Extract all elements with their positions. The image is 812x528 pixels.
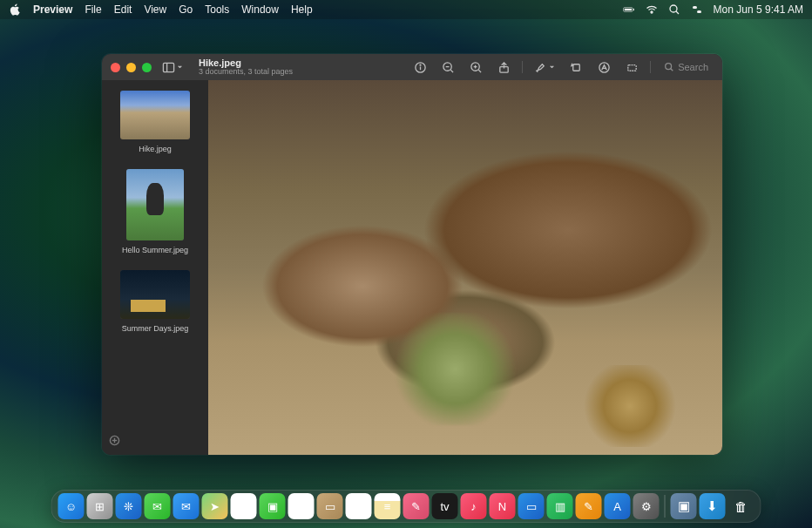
spotlight-icon[interactable] [668, 3, 680, 16]
dock-tv[interactable]: tv [432, 493, 458, 519]
thumbnail-label: Summer Days.jpeg [122, 324, 189, 333]
dock-facetime[interactable]: ▣ [260, 493, 286, 519]
svg-rect-1 [624, 9, 631, 10]
zoom-out-button[interactable] [438, 59, 458, 76]
thumbnail-image [120, 91, 190, 139]
menu-file[interactable]: File [85, 3, 101, 16]
dock-separator [665, 495, 666, 518]
dock-freeform[interactable]: ✎ [403, 493, 430, 519]
search-field[interactable]: Search [659, 61, 714, 73]
thumbnail-item[interactable]: Hello Summer.jpeg [102, 169, 208, 254]
thumbnail-label: Hike.jpeg [139, 145, 172, 153]
sidebar-toggle-button[interactable] [159, 59, 186, 76]
dock-calendar[interactable]: 5 [288, 493, 315, 519]
battery-icon[interactable] [623, 3, 635, 16]
crop-button[interactable] [622, 59, 642, 76]
dock-music[interactable]: ♪ [461, 493, 487, 519]
thumbnail-image [126, 169, 184, 240]
dock-photos[interactable]: ❀ [231, 493, 257, 519]
svg-line-4 [676, 11, 679, 14]
dock-launchpad[interactable]: ⊞ [87, 493, 113, 519]
preview-window: Hike.jpeg 3 documents, 3 total pages Sea… [102, 54, 722, 455]
markup-button[interactable] [594, 59, 614, 76]
dock-safari[interactable]: ❊ [116, 493, 142, 519]
dock-messages[interactable]: ✉ [145, 493, 171, 519]
search-icon [664, 62, 674, 72]
dock-reminders[interactable]: ☰ [346, 493, 372, 519]
app-name[interactable]: Preview [33, 3, 72, 16]
dock-maps[interactable]: ➤ [202, 493, 228, 519]
dock-contacts[interactable]: ▭ [317, 493, 343, 519]
divider [522, 61, 523, 73]
thumbnail-item[interactable]: Hike.jpeg [102, 91, 208, 153]
svg-rect-5 [693, 6, 697, 9]
thumbnail-item[interactable]: Summer Days.jpeg [102, 270, 208, 333]
dock-notes[interactable]: ≡ [375, 493, 401, 519]
menu-tools[interactable]: Tools [205, 3, 229, 16]
search-placeholder: Search [678, 62, 708, 72]
thumbnail-label: Hello Summer.jpeg [122, 246, 188, 254]
menu-go[interactable]: Go [179, 3, 193, 16]
wifi-icon[interactable] [646, 3, 658, 16]
thumbnail-image [120, 270, 190, 319]
dock-news[interactable]: N [490, 493, 516, 519]
svg-rect-2 [633, 9, 633, 10]
highlight-button[interactable] [531, 59, 558, 76]
dock-finder[interactable]: ☺ [58, 493, 85, 519]
dock-numbers[interactable]: ▥ [547, 493, 573, 519]
dock-preview[interactable]: ▣ [671, 493, 697, 519]
info-button[interactable] [410, 59, 430, 76]
svg-line-24 [671, 69, 673, 71]
menu-edit[interactable]: Edit [114, 3, 132, 16]
control-center-icon[interactable] [691, 3, 703, 16]
main-image [208, 80, 722, 455]
dock-mail[interactable]: ✉ [173, 493, 200, 519]
thumbnail-sidebar[interactable]: Hike.jpeg Hello Summer.jpeg Summer Days.… [102, 80, 208, 455]
zoom-in-button[interactable] [466, 59, 486, 76]
rotate-button[interactable] [566, 59, 586, 76]
menu-help[interactable]: Help [291, 3, 313, 16]
divider [650, 61, 651, 73]
window-title: Hike.jpeg 3 documents, 3 total pages [199, 58, 293, 77]
dock: ☺⊞❊✉✉➤❀▣5▭☰≡✎tv♪N▭▥✎A⚙▣⬇🗑 [51, 490, 761, 523]
svg-rect-22 [628, 64, 636, 71]
dock-appstore[interactable]: A [605, 493, 631, 519]
svg-rect-20 [573, 64, 580, 71]
svg-line-13 [450, 70, 453, 72]
dock-trash[interactable]: 🗑 [728, 493, 754, 519]
menubar-clock[interactable]: Mon Jun 5 9:41 AM [714, 3, 803, 16]
svg-rect-7 [163, 63, 173, 71]
svg-point-23 [666, 64, 672, 70]
apple-menu[interactable] [9, 3, 21, 16]
dock-downloads[interactable]: ⬇ [700, 493, 726, 519]
dock-pages[interactable]: ✎ [576, 493, 602, 519]
dock-keynote[interactable]: ▭ [518, 493, 545, 519]
window-zoom-button[interactable] [142, 63, 152, 72]
sidebar-add-button[interactable] [109, 434, 120, 450]
menu-window[interactable]: Window [241, 3, 279, 16]
image-canvas[interactable] [208, 80, 722, 455]
menubar: Preview File Edit View Go Tools Window H… [0, 0, 812, 19]
share-button[interactable] [494, 59, 514, 76]
subtitle-label: 3 documents, 3 total pages [199, 68, 293, 77]
window-minimize-button[interactable] [126, 63, 136, 72]
svg-rect-6 [697, 10, 701, 13]
dock-settings[interactable]: ⚙ [633, 493, 660, 519]
svg-line-16 [478, 70, 481, 72]
titlebar[interactable]: Hike.jpeg 3 documents, 3 total pages Sea… [102, 54, 722, 80]
svg-point-11 [420, 64, 421, 65]
window-close-button[interactable] [111, 63, 120, 72]
menu-view[interactable]: View [144, 3, 166, 16]
svg-point-3 [670, 5, 677, 12]
